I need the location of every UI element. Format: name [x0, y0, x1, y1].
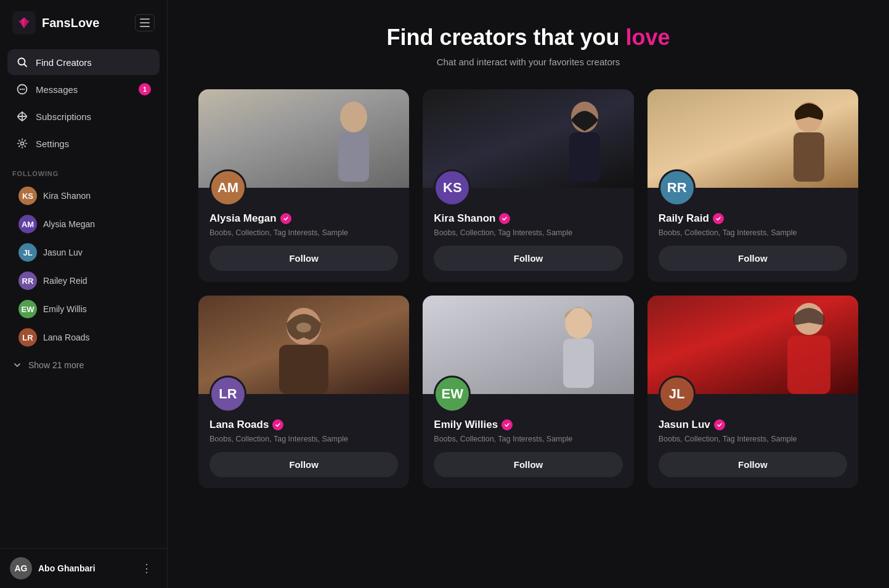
following-avatar: EW — [18, 300, 37, 318]
creators-grid: AM Alysia Megan Boobs, Collection, Tag I… — [198, 89, 858, 488]
card-avatar: AM — [209, 169, 246, 206]
verified-badge — [499, 213, 510, 224]
creator-card: LR Lana Roads Boobs, Collection, Tag Int… — [198, 296, 409, 488]
creator-card: JL Jasun Luv Boobs, Collection, Tag Inte… — [647, 296, 858, 488]
card-body: KS Kira Shanon Boobs, Collection, Tag In… — [423, 188, 633, 282]
following-avatar: JL — [18, 243, 37, 262]
verified-badge — [272, 419, 283, 430]
card-avatar-wrap: AM — [209, 169, 398, 206]
sidebar-item-messages[interactable]: Messages 1 — [7, 76, 160, 102]
card-name-row: Raily Raid — [659, 212, 847, 225]
following-item[interactable]: JL Jasun Luv — [12, 239, 155, 266]
card-creator-name: Alysia Megan — [209, 212, 277, 225]
card-body: LR Lana Roads Boobs, Collection, Tag Int… — [198, 394, 409, 488]
following-item[interactable]: EW Emily Willis — [12, 296, 155, 323]
card-creator-name: Raily Raid — [659, 212, 709, 225]
show-more-label: Show 21 more — [28, 360, 84, 370]
logo-area: FansLove — [0, 0, 167, 46]
creator-card: AM Alysia Megan Boobs, Collection, Tag I… — [198, 89, 409, 282]
card-name-row: Jasun Luv — [659, 419, 847, 431]
page-header: Find creators that you love Chat and int… — [198, 25, 858, 67]
search-icon — [16, 56, 28, 68]
card-avatar: JL — [659, 376, 696, 413]
following-section-label: FOLLOWING — [12, 170, 155, 177]
verified-badge — [501, 419, 513, 430]
user-name: Abo Ghanbari — [38, 563, 95, 573]
creator-card: RR Raily Raid Boobs, Collection, Tag Int… — [647, 89, 858, 282]
page-subtitle: Chat and interact with your favorites cr… — [198, 57, 858, 67]
card-tags: Boobs, Collection, Tag Interests, Sample — [659, 435, 847, 443]
fanslove-logo-icon — [12, 11, 36, 34]
following-item[interactable]: LR Lana Roads — [12, 324, 155, 351]
following-item-name: Railey Reid — [43, 276, 87, 286]
svg-rect-3 — [140, 26, 150, 27]
following-item[interactable]: RR Railey Reid — [12, 267, 155, 294]
follow-button[interactable]: Follow — [209, 452, 398, 477]
messages-label: Messages — [36, 84, 78, 95]
card-avatar: EW — [434, 376, 471, 413]
following-item[interactable]: KS Kira Shanon — [12, 182, 155, 209]
logo-text: FansLove — [42, 16, 99, 30]
following-avatar: RR — [18, 272, 37, 290]
page-title: Find creators that you love — [198, 25, 858, 50]
following-item-name: Jasun Luv — [43, 248, 83, 257]
sidebar-toggle-button[interactable] — [135, 14, 155, 31]
user-initials: AG — [15, 563, 28, 573]
card-creator-name: Lana Roads — [209, 419, 269, 431]
svg-point-4 — [18, 58, 25, 65]
settings-icon — [16, 137, 28, 150]
sidebar-nav: Find Creators Messages 1 — [0, 46, 167, 160]
verified-badge — [714, 419, 725, 430]
card-tags: Boobs, Collection, Tag Interests, Sample — [434, 228, 622, 237]
follow-button[interactable]: Follow — [659, 246, 847, 271]
subscriptions-label: Subscriptions — [36, 111, 91, 122]
page-title-part1: Find creators that you — [386, 25, 625, 50]
card-body: RR Raily Raid Boobs, Collection, Tag Int… — [647, 188, 858, 282]
following-avatar: AM — [18, 215, 37, 233]
card-tags: Boobs, Collection, Tag Interests, Sample — [659, 228, 847, 237]
card-creator-name: Jasun Luv — [659, 419, 710, 431]
sidebar-item-subscriptions[interactable]: Subscriptions — [7, 103, 160, 129]
sidebar-item-settings[interactable]: Settings — [7, 131, 160, 156]
card-avatar-wrap: KS — [434, 169, 622, 206]
find-creators-label: Find Creators — [36, 57, 92, 68]
follow-button[interactable]: Follow — [434, 246, 622, 271]
sidebar: FansLove Find Creators — [0, 0, 168, 588]
following-item[interactable]: AM Alysia Megan — [12, 211, 155, 238]
follow-button[interactable]: Follow — [209, 246, 398, 271]
verified-badge — [280, 213, 291, 224]
card-tags: Boobs, Collection, Tag Interests, Sample — [434, 435, 622, 443]
user-menu-button[interactable]: ⋮ — [136, 559, 157, 578]
card-body: EW Emily Willies Boobs, Collection, Tag … — [423, 394, 633, 488]
svg-point-9 — [23, 89, 25, 90]
show-more-button[interactable]: Show 21 more — [0, 356, 167, 374]
svg-line-5 — [25, 65, 27, 67]
subscriptions-icon — [16, 110, 28, 123]
svg-point-8 — [22, 89, 23, 90]
main-content: Find creators that you love Chat and int… — [168, 0, 889, 588]
messages-icon — [16, 83, 28, 95]
user-avatar: AG — [10, 557, 32, 579]
card-creator-name: Emily Willies — [434, 419, 498, 431]
sidebar-item-find-creators[interactable]: Find Creators — [7, 49, 160, 75]
card-body: AM Alysia Megan Boobs, Collection, Tag I… — [198, 188, 409, 282]
card-avatar-wrap: RR — [659, 169, 847, 206]
creator-card: EW Emily Willies Boobs, Collection, Tag … — [423, 296, 633, 488]
card-avatar: LR — [209, 376, 246, 413]
card-name-row: Lana Roads — [209, 419, 398, 431]
svg-point-10 — [21, 142, 24, 145]
creator-card: KS Kira Shanon Boobs, Collection, Tag In… — [423, 89, 633, 282]
follow-button[interactable]: Follow — [434, 452, 622, 477]
card-name-row: Emily Willies — [434, 419, 622, 431]
card-body: JL Jasun Luv Boobs, Collection, Tag Inte… — [647, 394, 858, 488]
card-tags: Boobs, Collection, Tag Interests, Sample — [209, 228, 398, 237]
following-section: FOLLOWING KS Kira Shanon AM Alysia Megan… — [0, 160, 167, 356]
sidebar-footer: AG Abo Ghanbari ⋮ — [0, 548, 167, 588]
messages-badge: 1 — [139, 83, 151, 95]
following-item-name: Lana Roads — [43, 332, 90, 342]
card-avatar-wrap: LR — [209, 376, 398, 413]
svg-point-19 — [296, 323, 311, 332]
following-list: KS Kira Shanon AM Alysia Megan JL Jasun … — [12, 182, 155, 351]
follow-button[interactable]: Follow — [659, 452, 847, 477]
following-item-name: Emily Willis — [43, 304, 87, 314]
